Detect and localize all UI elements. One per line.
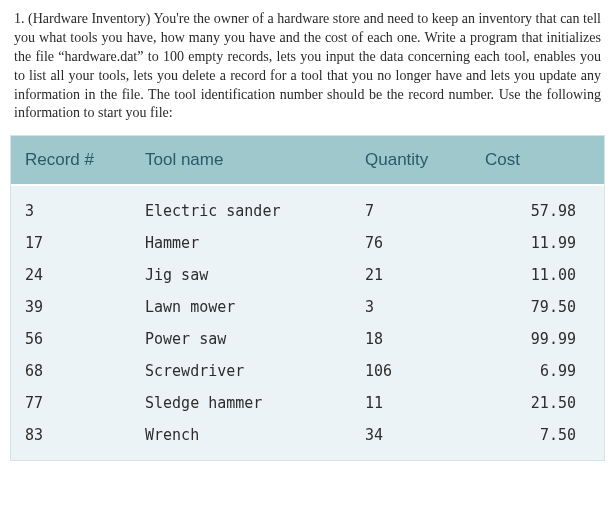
inventory-table-container: Record # Tool name Quantity Cost 3 Elect… (10, 135, 605, 461)
cell-tool: Wrench (131, 419, 351, 460)
cell-cost: 99.99 (471, 323, 604, 355)
table-row: 3 Electric sander 7 57.98 (11, 185, 604, 227)
table-body: 3 Electric sander 7 57.98 17 Hammer 76 1… (11, 185, 604, 460)
table-header-row: Record # Tool name Quantity Cost (11, 136, 604, 185)
cell-cost: 79.50 (471, 291, 604, 323)
cell-qty: 7 (351, 185, 471, 227)
cell-record: 56 (11, 323, 131, 355)
cell-cost: 21.50 (471, 387, 604, 419)
table-row: 77 Sledge hammer 11 21.50 (11, 387, 604, 419)
header-tool: Tool name (131, 136, 351, 185)
cell-record: 39 (11, 291, 131, 323)
cell-record: 68 (11, 355, 131, 387)
table-row: 83 Wrench 34 7.50 (11, 419, 604, 460)
cell-qty: 3 (351, 291, 471, 323)
cell-record: 24 (11, 259, 131, 291)
header-record: Record # (11, 136, 131, 185)
cell-qty: 11 (351, 387, 471, 419)
cell-qty: 76 (351, 227, 471, 259)
cell-tool: Lawn mower (131, 291, 351, 323)
cell-tool: Sledge hammer (131, 387, 351, 419)
cell-qty: 18 (351, 323, 471, 355)
cell-record: 3 (11, 185, 131, 227)
inventory-table: Record # Tool name Quantity Cost 3 Elect… (11, 136, 604, 460)
cell-cost: 57.98 (471, 185, 604, 227)
cell-tool: Electric sander (131, 185, 351, 227)
table-row: 39 Lawn mower 3 79.50 (11, 291, 604, 323)
table-row: 17 Hammer 76 11.99 (11, 227, 604, 259)
cell-cost: 11.99 (471, 227, 604, 259)
header-qty: Quantity (351, 136, 471, 185)
cell-qty: 34 (351, 419, 471, 460)
cell-qty: 106 (351, 355, 471, 387)
cell-tool: Screwdriver (131, 355, 351, 387)
cell-record: 17 (11, 227, 131, 259)
cell-record: 83 (11, 419, 131, 460)
cell-record: 77 (11, 387, 131, 419)
cell-qty: 21 (351, 259, 471, 291)
cell-tool: Hammer (131, 227, 351, 259)
cell-tool: Power saw (131, 323, 351, 355)
cell-cost: 11.00 (471, 259, 604, 291)
header-cost: Cost (471, 136, 604, 185)
table-row: 56 Power saw 18 99.99 (11, 323, 604, 355)
cell-cost: 7.50 (471, 419, 604, 460)
table-row: 24 Jig saw 21 11.00 (11, 259, 604, 291)
cell-tool: Jig saw (131, 259, 351, 291)
problem-statement: 1. (Hardware Inventory) You're the owner… (0, 0, 615, 135)
cell-cost: 6.99 (471, 355, 604, 387)
table-row: 68 Screwdriver 106 6.99 (11, 355, 604, 387)
